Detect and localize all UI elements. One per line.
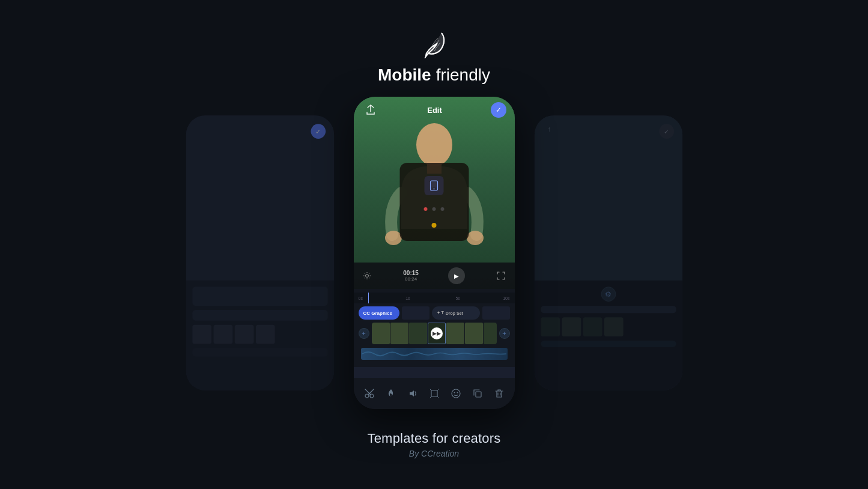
- play-button[interactable]: ▶: [448, 267, 465, 284]
- header: Mobile friendly: [378, 31, 490, 85]
- svg-rect-13: [431, 390, 437, 396]
- time-current: 00:15: [403, 270, 419, 276]
- phones-container: ✓: [0, 97, 868, 409]
- time-display: 00:15 00:24: [403, 270, 419, 282]
- drop-set-chip[interactable]: ✦ T Drop Set: [432, 306, 480, 320]
- svg-point-7: [434, 189, 435, 190]
- delete-icon[interactable]: [491, 385, 508, 402]
- share-button[interactable]: [362, 102, 379, 118]
- timeline-tracks: CC Graphics ✦ T Drop Set +: [354, 303, 515, 365]
- timeline-ruler: 0s 1s 5s 10s: [354, 293, 515, 303]
- svg-line-12: [365, 389, 371, 395]
- svg-point-14: [452, 389, 460, 398]
- labels-section: Templates for creators By CCreation: [367, 431, 500, 458]
- audio-track: [361, 348, 508, 360]
- title-row: Mobile friendly: [378, 65, 490, 85]
- phone-top-bar: Edit ✓: [354, 97, 515, 123]
- timeline-section: 0s 1s 5s 10s CC Graphics: [354, 289, 515, 367]
- scissors-icon[interactable]: [361, 385, 378, 402]
- side-phone-bottom-right: ⚙: [534, 281, 682, 390]
- main-container: Mobile friendly ✓: [0, 31, 868, 458]
- track-row-1: CC Graphics ✦ T Drop Set: [359, 306, 510, 320]
- svg-rect-17: [476, 392, 481, 397]
- audio-icon[interactable]: [404, 385, 421, 402]
- side-phone-top-left: ✓: [186, 115, 333, 281]
- svg-point-8: [365, 275, 368, 278]
- video-area: 00:15 00:24 ▶: [354, 97, 515, 289]
- side-phone-top-right: ↑ ✓: [534, 115, 682, 281]
- svg-point-1: [416, 123, 452, 166]
- overlay-card: [399, 163, 469, 241]
- bottom-toolbar: [354, 378, 515, 409]
- time-total: 00:24: [403, 276, 419, 282]
- thumbnail-track-row: + ▶▶ +: [359, 323, 510, 344]
- sub-tagline: By CCreation: [409, 449, 459, 458]
- side-phone-bottom-left: [186, 281, 333, 390]
- svg-rect-6: [432, 182, 437, 187]
- timeline-playhead: [368, 293, 369, 303]
- crop-icon[interactable]: [426, 385, 443, 402]
- edit-label: Edit: [427, 106, 442, 115]
- settings-icon[interactable]: [360, 269, 374, 283]
- forward-button[interactable]: ▶▶: [431, 327, 443, 339]
- settings-icon-right: ⚙: [601, 287, 616, 302]
- cc-graphics-chip[interactable]: CC Graphics: [359, 306, 399, 320]
- sticker-icon[interactable]: [448, 385, 464, 402]
- speed-icon[interactable]: [383, 385, 399, 402]
- tagline: Templates for creators: [367, 431, 500, 446]
- phone-left: ✓: [186, 115, 333, 390]
- phone-main: Edit ✓: [354, 97, 515, 409]
- svg-point-3: [467, 231, 484, 245]
- check-button[interactable]: ✓: [491, 102, 506, 118]
- fullscreen-button[interactable]: [494, 269, 508, 283]
- svg-point-15: [454, 392, 455, 393]
- svg-line-11: [368, 389, 374, 395]
- overlay-phone-icon: [425, 176, 444, 195]
- title-bold: Mobile: [378, 65, 431, 85]
- side-share-icon: ↑: [542, 122, 557, 137]
- copy-icon[interactable]: [469, 385, 486, 402]
- video-bg: [354, 97, 515, 289]
- thumbnail-track: ▶▶: [372, 323, 497, 344]
- logo-icon: [420, 31, 449, 59]
- overlay-bottom-dot: [432, 223, 437, 228]
- audio-track-row: [359, 348, 510, 360]
- video-controls: 00:15 00:24 ▶: [354, 263, 515, 289]
- title-light: friendly: [436, 65, 490, 85]
- check-circle-right: ✓: [659, 124, 674, 139]
- add-track-button-right[interactable]: +: [499, 328, 510, 339]
- add-track-button[interactable]: +: [359, 328, 369, 339]
- phone-right: ↑ ✓ ⚙: [534, 115, 682, 390]
- overlay-dots-row: [424, 207, 445, 211]
- check-circle-left: ✓: [311, 124, 326, 139]
- svg-point-16: [457, 392, 458, 393]
